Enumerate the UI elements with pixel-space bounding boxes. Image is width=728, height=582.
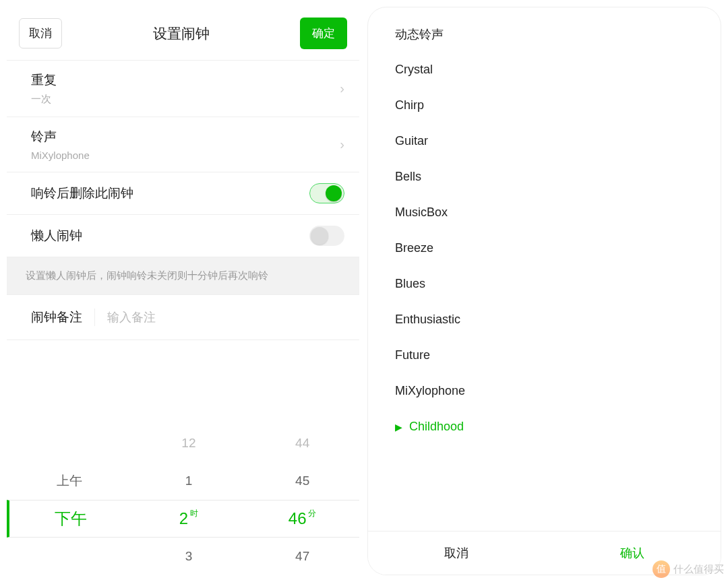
time-picker[interactable]: 上午 下午 12 1 2时 3 44 45 46分 47 bbox=[7, 424, 359, 575]
delete-after-ring-toggle[interactable] bbox=[309, 183, 344, 203]
watermark: 值 什么值得买 bbox=[653, 560, 724, 578]
hour-column[interactable]: 12 1 2时 3 bbox=[132, 424, 246, 575]
lazy-alarm-toggle[interactable] bbox=[309, 226, 344, 246]
confirm-button[interactable]: 确定 bbox=[300, 18, 347, 49]
ampm-selected: 下午 bbox=[7, 500, 132, 538]
ringtone-item[interactable]: MiXylophone bbox=[368, 373, 721, 409]
watermark-text: 什么值得买 bbox=[673, 563, 724, 576]
repeat-row[interactable]: 重复 一次 › bbox=[7, 60, 359, 117]
ringtone-picker-panel: 动态铃声 CrystalChirpGuitarBellsMusicBoxBree… bbox=[367, 7, 721, 575]
lazy-alarm-row: 懒人闹钟 bbox=[7, 214, 359, 257]
hour-prev2: 12 bbox=[132, 424, 246, 462]
chevron-right-icon: › bbox=[340, 137, 344, 152]
ringtone-name: Enthusiastic bbox=[395, 313, 460, 327]
ringtone-category-title: 动态铃声 bbox=[368, 7, 721, 52]
ringtone-item[interactable]: MusicBox bbox=[368, 195, 721, 230]
alarm-note-label: 闹钟备注 bbox=[31, 309, 95, 326]
watermark-badge-icon: 值 bbox=[653, 560, 670, 578]
ringtone-name: Chirp bbox=[395, 98, 424, 112]
hour-next: 3 bbox=[132, 538, 246, 575]
delete-after-ring-label: 响铃后删除此闹钟 bbox=[31, 185, 133, 202]
ringtone-item[interactable]: Blues bbox=[368, 266, 721, 302]
ringtone-item[interactable]: Guitar bbox=[368, 123, 721, 159]
page-title: 设置闹钟 bbox=[153, 24, 210, 43]
ringtone-name: MusicBox bbox=[395, 205, 448, 220]
ampm-prev: 上午 bbox=[7, 462, 132, 500]
repeat-value: 一次 bbox=[31, 93, 57, 106]
repeat-label: 重复 bbox=[31, 71, 57, 89]
hour-selected: 2时 bbox=[132, 500, 246, 538]
ringtone-item[interactable]: Crystal bbox=[368, 52, 721, 88]
ringtone-label: 铃声 bbox=[31, 128, 90, 146]
ringtone-row[interactable]: 铃声 MiXylophone › bbox=[7, 117, 359, 172]
minute-prev: 45 bbox=[245, 462, 359, 500]
lazy-alarm-hint: 设置懒人闹钟后，闹钟响铃未关闭则十分钟后再次响铃 bbox=[7, 257, 359, 295]
ringtone-name: Childhood bbox=[409, 420, 464, 434]
ringtone-name: Blues bbox=[395, 277, 425, 291]
ringtone-name: Crystal bbox=[395, 63, 433, 77]
cancel-button[interactable]: 取消 bbox=[19, 18, 62, 48]
ringtone-name: Bells bbox=[395, 170, 421, 184]
play-icon: ▶ bbox=[395, 422, 402, 432]
minute-next: 47 bbox=[245, 538, 359, 575]
alarm-note-row: 闹钟备注 bbox=[7, 295, 359, 340]
delete-after-ring-row: 响铃后删除此闹钟 bbox=[7, 172, 359, 214]
ringtone-name: Guitar bbox=[395, 134, 428, 148]
header: 取消 设置闹钟 确定 bbox=[7, 7, 359, 60]
ringtone-value: MiXylophone bbox=[31, 150, 90, 161]
lazy-alarm-label: 懒人闹钟 bbox=[31, 227, 82, 245]
ringtone-name: MiXylophone bbox=[395, 384, 465, 398]
ringtone-item[interactable]: Bells bbox=[368, 159, 721, 195]
ringtone-list[interactable]: CrystalChirpGuitarBellsMusicBoxBreezeBlu… bbox=[368, 52, 721, 531]
ringtone-name: Future bbox=[395, 348, 430, 362]
minute-column[interactable]: 44 45 46分 47 bbox=[245, 424, 359, 575]
ringtone-item[interactable]: Chirp bbox=[368, 88, 721, 123]
ringtone-cancel-button[interactable]: 取消 bbox=[368, 531, 545, 575]
ringtone-item[interactable]: ▶Childhood bbox=[368, 409, 721, 445]
ringtone-item[interactable]: Breeze bbox=[368, 230, 721, 266]
ringtone-item[interactable]: Enthusiastic bbox=[368, 302, 721, 337]
spacer bbox=[7, 340, 359, 424]
hour-prev: 1 bbox=[132, 462, 246, 500]
chevron-right-icon: › bbox=[340, 81, 344, 96]
minute-selected: 46分 bbox=[245, 500, 359, 538]
ringtone-name: Breeze bbox=[395, 241, 433, 255]
ampm-column[interactable]: 上午 下午 bbox=[7, 424, 132, 575]
alarm-settings-panel: 取消 设置闹钟 确定 重复 一次 › 铃声 MiXylophone › 响铃后删… bbox=[7, 7, 359, 575]
alarm-note-input[interactable] bbox=[95, 311, 340, 325]
ringtone-item[interactable]: Future bbox=[368, 337, 721, 373]
minute-prev2: 44 bbox=[245, 424, 359, 462]
